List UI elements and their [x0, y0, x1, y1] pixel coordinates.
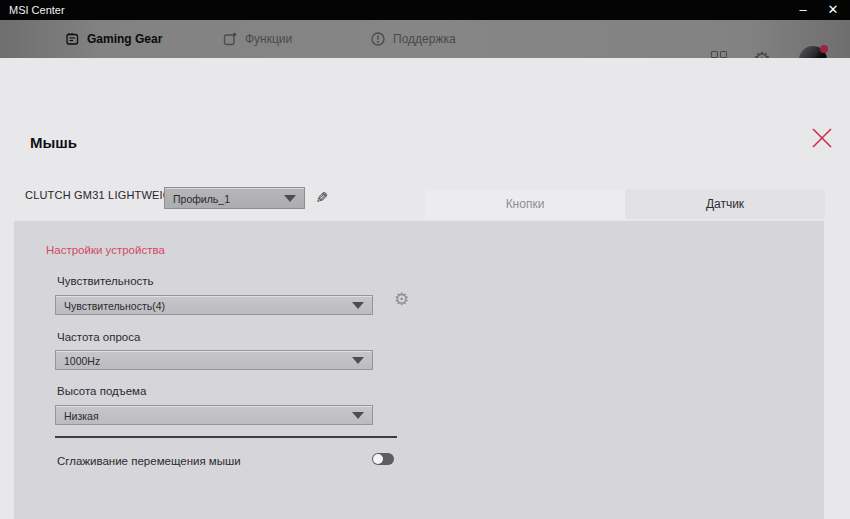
lift-off-dropdown-value: Низкая	[64, 406, 348, 426]
notification-dot	[820, 45, 828, 53]
app-title: MSI Center	[9, 0, 65, 20]
sensitivity-label: Чувствительность	[57, 275, 154, 287]
nav-item-label: Поддержка	[393, 32, 456, 46]
mouse-settings-page: Мышь CLUTCH GM31 LIGHTWEIGHT Профиль_1 ✎…	[0, 58, 850, 519]
device-name: CLUTCH GM31 LIGHTWEIGHT	[25, 189, 187, 201]
chevron-down-icon	[352, 302, 364, 309]
profile-dropdown[interactable]: Профиль_1	[164, 187, 305, 209]
nav-item-label: Gaming Gear	[87, 32, 162, 46]
motion-sync-toggle[interactable]	[372, 453, 394, 465]
sensitivity-dropdown[interactable]: Чувствительность(4)	[55, 295, 373, 315]
sensitivity-dropdown-value: Чувствительность(4)	[64, 296, 348, 316]
polling-rate-dropdown[interactable]: 1000Hz	[55, 350, 373, 370]
tab-buttons[interactable]: Кнопки	[425, 189, 625, 219]
lift-off-label: Высота подъема	[57, 385, 146, 397]
chevron-down-icon	[352, 357, 364, 364]
sensitivity-gear-icon[interactable]: ⚙	[394, 289, 409, 310]
nav-item-gaming-gear[interactable]: Gaming Gear	[64, 20, 162, 58]
toggle-knob	[373, 454, 383, 464]
titlebar: MSI Center – ✕	[0, 0, 850, 20]
motion-sync-label: Сглаживание перемещения мыши	[57, 455, 241, 467]
lift-off-dropdown[interactable]: Низкая	[55, 405, 373, 425]
panel-close-icon[interactable]	[808, 124, 836, 152]
nav-item-label: Функции	[245, 32, 292, 46]
divider	[55, 436, 397, 438]
sensor-settings-panel: Настройки устройства Чувствительность Чу…	[14, 221, 824, 519]
polling-rate-dropdown-value: 1000Hz	[64, 351, 348, 371]
nav-item-support[interactable]: Поддержка	[370, 20, 456, 58]
minimize-icon[interactable]: –	[790, 0, 816, 20]
navbar: Gaming Gear Функции Поддержка ⚙	[0, 20, 850, 58]
nav-item-functions[interactable]: Функции	[222, 20, 292, 58]
window-close-icon[interactable]: ✕	[820, 0, 846, 20]
section-title: Настройки устройства	[46, 244, 165, 256]
edit-profile-pencil-icon[interactable]: ✎	[312, 187, 332, 209]
widget-icon	[222, 31, 238, 47]
gamepad-device-icon	[64, 31, 80, 47]
tab-sensor[interactable]: Датчик	[625, 189, 825, 219]
page-title: Мышь	[30, 134, 77, 151]
polling-rate-label: Частота опроса	[57, 331, 140, 343]
exclamation-circle-icon	[370, 31, 386, 47]
profile-dropdown-value: Профиль_1	[173, 188, 280, 210]
chevron-down-icon	[284, 195, 296, 202]
chevron-down-icon	[352, 412, 364, 419]
